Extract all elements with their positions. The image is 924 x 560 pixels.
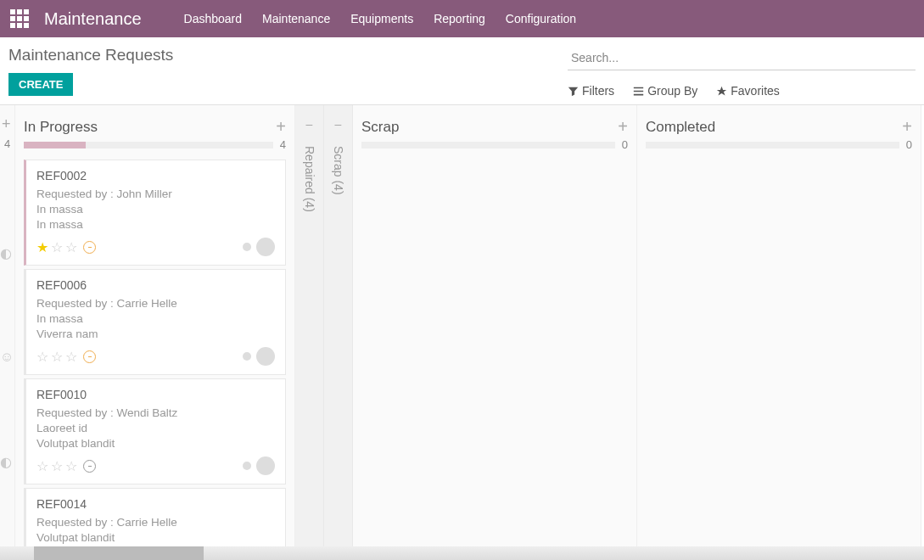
kanban-board: + 4 ◐ ☺ ◐ In Progress + 4 REF0002Request… — [0, 104, 924, 554]
priority-star[interactable]: ☆ — [65, 349, 77, 365]
column-progress-bar — [646, 142, 899, 148]
folded-label: Repaired (4) — [303, 146, 316, 212]
nav-equipments[interactable]: Equipments — [350, 12, 413, 25]
column-progress-bar — [361, 142, 615, 148]
column-add-button[interactable]: + — [618, 117, 628, 137]
assignee-avatar[interactable] — [256, 347, 275, 366]
priority-star[interactable]: ☆ — [65, 458, 77, 474]
card-line: In massa — [36, 312, 275, 325]
list-icon — [633, 86, 644, 97]
column-count: 4 — [280, 138, 286, 151]
column-count: 0 — [906, 138, 912, 151]
card-line: In massa — [36, 203, 275, 216]
card-ref: REF0002 — [36, 169, 275, 182]
activity-clock-icon[interactable] — [83, 350, 96, 363]
kanban-state-dot[interactable] — [243, 462, 251, 470]
card-ref: REF0010 — [36, 388, 275, 401]
priority-star[interactable]: ☆ — [51, 349, 63, 365]
card-line: Laoreet id — [36, 422, 275, 434]
plus-icon[interactable]: + — [2, 115, 11, 133]
column-add-button[interactable]: + — [902, 117, 912, 137]
app-title: Maintenance — [44, 9, 142, 29]
column-add-button[interactable]: + — [276, 117, 286, 137]
filters-label: Filters — [582, 84, 614, 98]
priority-star[interactable]: ☆ — [51, 458, 63, 474]
topbar: Maintenance Dashboard Maintenance Equipm… — [0, 0, 924, 37]
card-requested-by: Requested by : Carrie Helle — [36, 516, 275, 529]
priority-star[interactable]: ☆ — [36, 349, 48, 365]
filters-button[interactable]: Filters — [568, 84, 614, 98]
groupby-button[interactable]: Group By — [633, 84, 697, 98]
nav-configuration[interactable]: Configuration — [506, 12, 576, 25]
create-button[interactable]: CREATE — [8, 73, 73, 96]
priority-star[interactable]: ☆ — [65, 239, 77, 255]
page-title: Maintenance Requests — [8, 46, 173, 64]
assignee-avatar[interactable] — [256, 238, 275, 256]
peek-count: 4 — [4, 137, 10, 150]
activity-clock-icon[interactable] — [83, 241, 96, 254]
column-title: Completed — [646, 119, 715, 136]
nav-links: Dashboard Maintenance Equipments Reporti… — [184, 12, 577, 25]
kanban-card[interactable]: REF0014Requested by : Carrie HelleVolutp… — [24, 488, 286, 554]
column-title: In Progress — [24, 119, 98, 136]
card-ref: REF0014 — [36, 497, 275, 511]
column-count: 0 — [622, 138, 628, 151]
kanban-card[interactable]: REF0002Requested by : John MillerIn mass… — [24, 160, 286, 266]
card-requested-by: Requested by : Carrie Helle — [36, 297, 275, 310]
column-title: Scrap — [361, 119, 399, 136]
card-line: Volutpat blandit — [36, 531, 275, 544]
minus-icon: – — [306, 117, 313, 131]
groupby-label: Group By — [647, 84, 697, 98]
nav-maintenance[interactable]: Maintenance — [262, 12, 330, 25]
control-panel: Maintenance Requests CREATE Filters Grou… — [0, 37, 924, 98]
avatar-icon: ☺ — [0, 350, 14, 365]
kanban-card[interactable]: REF0006Requested by : Carrie HelleIn mas… — [24, 269, 286, 375]
avatar-icon: ◐ — [0, 454, 12, 470]
kanban-column-peek-left[interactable]: + 4 ◐ ☺ ◐ — [0, 105, 15, 554]
kanban-column-scrap: Scrap + 0 — [353, 105, 637, 554]
activity-clock-icon[interactable] — [83, 460, 96, 473]
favorites-label: Favorites — [731, 84, 780, 98]
card-ref: REF0006 — [36, 278, 275, 292]
avatar-icon: ◐ — [0, 245, 12, 261]
nav-dashboard[interactable]: Dashboard — [184, 12, 243, 25]
horizontal-scrollbar[interactable] — [0, 546, 924, 554]
kanban-card[interactable]: REF0010Requested by : Wendi BaltzLaoreet… — [24, 378, 286, 484]
apps-icon[interactable] — [10, 9, 29, 28]
kanban-column-completed: Completed + 0 — [637, 105, 921, 554]
folded-column-repaired[interactable]: – Repaired (4) — [295, 105, 324, 554]
funnel-icon — [568, 86, 579, 97]
minus-icon: – — [335, 117, 342, 131]
card-requested-by: Requested by : John Miller — [36, 188, 275, 200]
kanban-state-dot[interactable] — [243, 352, 251, 361]
star-icon — [716, 86, 727, 97]
card-line: Viverra nam — [36, 328, 275, 340]
nav-reporting[interactable]: Reporting — [434, 12, 485, 25]
card-line: Volutpat blandit — [36, 437, 275, 450]
priority-star[interactable]: ★ — [36, 239, 48, 255]
favorites-button[interactable]: Favorites — [716, 84, 780, 98]
folded-column-scrap[interactable]: – Scrap (4) — [324, 105, 353, 554]
kanban-state-dot[interactable] — [243, 243, 251, 251]
assignee-avatar[interactable] — [256, 456, 275, 475]
priority-star[interactable]: ☆ — [36, 458, 48, 474]
folded-label: Scrap (4) — [332, 146, 345, 195]
search-input[interactable] — [568, 46, 916, 70]
card-requested-by: Requested by : Wendi Baltz — [36, 406, 275, 419]
card-line: In massa — [36, 218, 275, 231]
column-progress-bar — [24, 142, 273, 148]
folded-columns: – Repaired (4) – Scrap (4) — [295, 105, 353, 554]
priority-star[interactable]: ☆ — [51, 239, 63, 255]
kanban-column-in-progress: In Progress + 4 REF0002Requested by : Jo… — [15, 105, 295, 554]
